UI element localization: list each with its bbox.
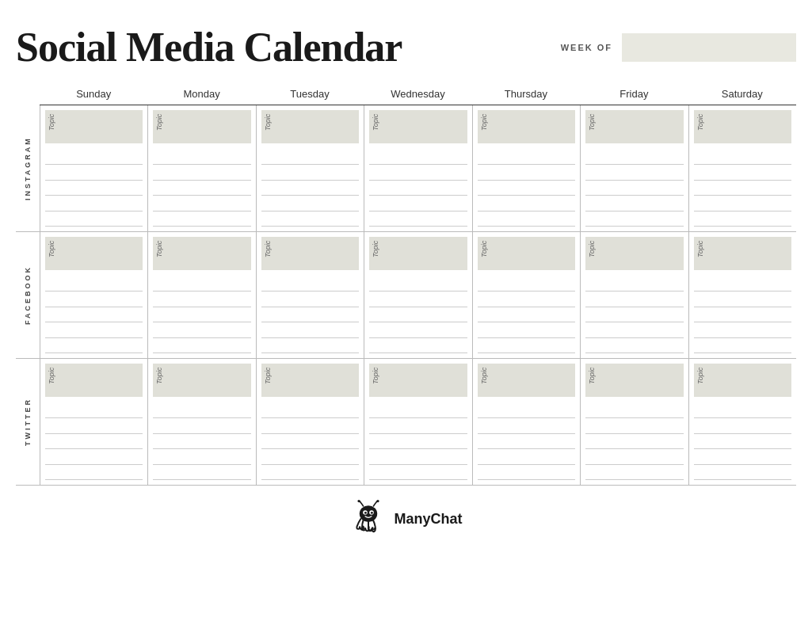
line bbox=[478, 165, 575, 180]
line bbox=[153, 307, 250, 322]
line bbox=[694, 150, 791, 165]
line bbox=[478, 196, 575, 211]
facebook-tuesday-lines bbox=[257, 270, 364, 358]
line bbox=[261, 181, 359, 196]
line bbox=[153, 181, 250, 196]
twitter-thursday-cell: Topic bbox=[472, 359, 580, 485]
line bbox=[585, 292, 683, 307]
line bbox=[369, 165, 467, 180]
line bbox=[369, 322, 467, 337]
line bbox=[694, 165, 791, 180]
line bbox=[694, 276, 791, 292]
line bbox=[478, 434, 575, 449]
facebook-section: FACEBOOK Topic Topic bbox=[16, 232, 796, 359]
twitter-sunday-topic-label: Topic bbox=[48, 368, 55, 384]
twitter-monday-lines bbox=[148, 397, 255, 485]
line bbox=[694, 196, 791, 211]
line bbox=[694, 181, 791, 196]
line bbox=[261, 196, 359, 211]
instagram-thursday-topic-label: Topic bbox=[480, 114, 488, 131]
header: Social Media Calendar WEEK OF bbox=[16, 24, 796, 70]
twitter-wednesday-lines bbox=[364, 397, 471, 485]
line bbox=[369, 181, 467, 196]
twitter-label: TWITTER bbox=[16, 359, 40, 485]
line bbox=[45, 211, 143, 227]
line bbox=[694, 403, 791, 418]
twitter-friday-topic: Topic bbox=[585, 364, 683, 397]
facebook-thursday-lines bbox=[473, 270, 580, 358]
twitter-sunday-topic: Topic bbox=[45, 364, 143, 397]
day-header-tuesday: Tuesday bbox=[256, 85, 364, 105]
line bbox=[261, 418, 359, 433]
instagram-friday-cell: Topic bbox=[580, 105, 688, 231]
instagram-tuesday-topic-label: Topic bbox=[264, 114, 272, 131]
line bbox=[585, 181, 683, 196]
twitter-saturday-lines bbox=[689, 397, 796, 485]
line bbox=[478, 276, 575, 292]
instagram-friday-topic-label: Topic bbox=[588, 114, 596, 131]
line bbox=[585, 465, 683, 480]
twitter-saturday-cell: Topic bbox=[688, 359, 796, 485]
line bbox=[694, 418, 791, 433]
svg-point-6 bbox=[377, 500, 379, 502]
line bbox=[153, 150, 250, 165]
week-of-input[interactable] bbox=[622, 33, 796, 62]
instagram-wednesday-topic: Topic bbox=[369, 110, 467, 143]
line bbox=[694, 211, 791, 227]
line bbox=[585, 276, 683, 292]
twitter-friday-topic-label: Topic bbox=[588, 368, 596, 384]
line bbox=[261, 211, 359, 227]
line bbox=[261, 276, 359, 292]
line bbox=[369, 434, 467, 449]
svg-point-4 bbox=[371, 512, 373, 514]
line bbox=[45, 449, 143, 464]
line bbox=[478, 465, 575, 480]
footer-brand-name: ManyChat bbox=[394, 511, 462, 528]
instagram-wednesday-cell: Topic bbox=[364, 105, 471, 231]
line bbox=[153, 465, 250, 480]
page-title: Social Media Calendar bbox=[16, 24, 402, 70]
page-container: Social Media Calendar WEEK OF Sunday Mon… bbox=[16, 24, 796, 538]
line bbox=[153, 434, 250, 449]
facebook-wednesday-topic: Topic bbox=[369, 237, 467, 270]
line bbox=[261, 150, 359, 165]
facebook-monday-topic: Topic bbox=[153, 237, 250, 270]
instagram-wednesday-topic-label: Topic bbox=[372, 114, 379, 131]
day-headers: Sunday Monday Tuesday Wednesday Thursday… bbox=[16, 85, 796, 105]
twitter-monday-cell: Topic bbox=[147, 359, 255, 485]
line bbox=[478, 418, 575, 433]
facebook-tuesday-cell: Topic bbox=[256, 232, 364, 358]
line bbox=[261, 338, 359, 353]
line bbox=[585, 322, 683, 337]
line bbox=[45, 165, 143, 180]
instagram-friday-lines bbox=[581, 143, 688, 231]
line bbox=[153, 449, 250, 464]
line bbox=[585, 150, 683, 165]
instagram-monday-topic-label: Topic bbox=[155, 114, 163, 131]
line bbox=[478, 338, 575, 353]
line bbox=[369, 338, 467, 353]
footer: ManyChat bbox=[16, 500, 796, 538]
twitter-thursday-lines bbox=[473, 397, 580, 485]
line bbox=[261, 307, 359, 322]
line bbox=[153, 276, 250, 292]
facebook-saturday-topic: Topic bbox=[694, 237, 791, 270]
line bbox=[45, 403, 143, 418]
facebook-saturday-lines bbox=[689, 270, 796, 358]
twitter-monday-topic: Topic bbox=[153, 364, 250, 397]
line bbox=[153, 211, 250, 227]
facebook-tuesday-topic-label: Topic bbox=[264, 241, 272, 257]
line bbox=[585, 449, 683, 464]
line bbox=[369, 403, 467, 418]
twitter-monday-topic-label: Topic bbox=[155, 368, 163, 384]
line bbox=[45, 292, 143, 307]
line bbox=[694, 322, 791, 337]
instagram-saturday-topic-label: Topic bbox=[696, 114, 704, 131]
line bbox=[694, 338, 791, 353]
twitter-saturday-topic: Topic bbox=[694, 364, 791, 397]
line bbox=[45, 181, 143, 196]
twitter-tuesday-cell: Topic bbox=[256, 359, 364, 485]
line bbox=[369, 418, 467, 433]
line bbox=[585, 211, 683, 227]
day-header-spacer bbox=[16, 85, 40, 105]
